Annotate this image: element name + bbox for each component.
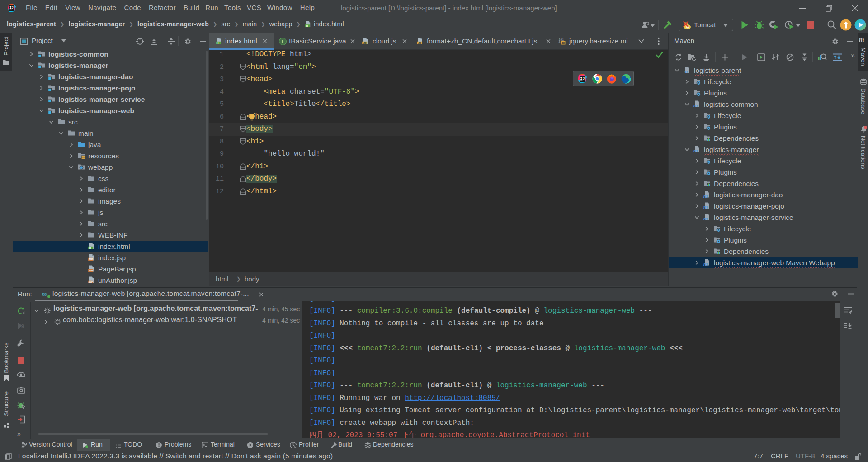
svg-text:H: H — [89, 246, 91, 249]
svg-text:JS: JS — [418, 42, 421, 44]
svg-text:9: 9 — [21, 324, 24, 329]
svg-text:m: m — [693, 102, 698, 108]
svg-text:I: I — [282, 39, 283, 44]
svg-text:m: m — [684, 68, 688, 74]
svg-text:m: m — [703, 204, 708, 210]
svg-text:m: m — [703, 261, 708, 266]
svg-text:0: 0 — [559, 41, 561, 44]
svg-text:IJ: IJ — [580, 76, 585, 81]
svg-text:JS: JS — [363, 42, 367, 44]
svg-text:H: H — [217, 41, 219, 44]
svg-text:H: H — [306, 24, 308, 27]
svg-text:JSP: JSP — [89, 269, 93, 272]
svg-text:m: m — [42, 291, 47, 298]
svg-text:m: m — [703, 193, 708, 198]
svg-text:IJ: IJ — [9, 6, 14, 10]
svg-text:m: m — [693, 148, 698, 153]
svg-text:m: m — [703, 215, 708, 221]
svg-text:JS: JS — [562, 42, 565, 44]
svg-text:JSP: JSP — [89, 258, 93, 261]
svg-text:JSP: JSP — [89, 281, 93, 283]
